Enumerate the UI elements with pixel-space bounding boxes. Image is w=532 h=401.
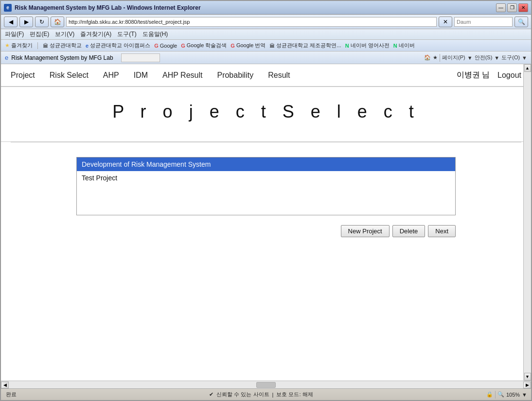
search-input[interactable] xyxy=(454,17,513,27)
home-button[interactable]: 🏠 xyxy=(51,17,64,27)
refresh-button[interactable]: ↻ xyxy=(35,17,49,27)
page-menu[interactable]: 페이지(P) xyxy=(442,54,465,61)
fav-icampus-label: 성균관대학교 아이캠퍼스 xyxy=(90,42,150,49)
fav-skku[interactable]: 🏛 성균관대학교 xyxy=(43,42,82,49)
browser-icon: e xyxy=(4,4,12,12)
safety-menu[interactable]: 안전(S) xyxy=(475,54,493,61)
security-text: 신뢰할 수 있는 사이트 xyxy=(216,391,269,398)
zoom-level: 105% xyxy=(506,392,520,398)
tab-label: Risk Management System by MFG Lab xyxy=(11,54,113,61)
fav-google-scholar[interactable]: G Google 학술검색 xyxy=(181,42,227,49)
menu-bar: 파일(F) 편집(E) 보기(V) 즐겨찾기(A) 도구(T) 도움말(H) xyxy=(1,29,531,40)
zoom-icon: 🔍 xyxy=(497,391,504,398)
fav-google[interactable]: G Google xyxy=(154,43,177,49)
fav-naver-dict[interactable]: N 네이버 영어사전 xyxy=(345,42,390,49)
nav-menu: Project Risk Select AHP IDM AHP Result P… xyxy=(1,64,531,87)
home-icon[interactable]: 🏠 xyxy=(424,54,431,61)
favorites-bar: ★ 즐겨찾기 🏛 성균관대학교 e 성균관대학교 아이캠퍼스 G Google … xyxy=(1,40,531,52)
favorites-label: 즐겨찾기 xyxy=(11,42,33,49)
pipe-divider: | xyxy=(272,392,274,398)
ie-toolbar: e Risk Management System by MFG Lab 🏠 ★ … xyxy=(1,52,531,64)
star-icon[interactable]: ★ xyxy=(433,54,438,61)
fav-skku-lab[interactable]: 🏛 성균관대학교 제조공학연... xyxy=(269,42,341,49)
address-bar: ◀ ▶ ↻ 🏠 ✕ 🔍 xyxy=(1,15,531,29)
menu-view[interactable]: 보기(V) xyxy=(55,30,74,38)
project-item-1[interactable]: Test Project xyxy=(77,171,455,185)
fav-google-scholar-label: Google 학술검색 xyxy=(187,42,227,49)
menu-favorites[interactable]: 즐겨찾기(A) xyxy=(80,30,111,38)
menu-edit[interactable]: 편집(E) xyxy=(30,30,49,38)
fav-skku-label: 성균관대학교 xyxy=(50,42,82,49)
fav-naver-dict-label: 네이버 영어사전 xyxy=(351,42,390,49)
status-text: 완료 xyxy=(6,391,17,397)
horizontal-scrollbar[interactable]: ◀ ▶ xyxy=(1,381,531,388)
menu-help[interactable]: 도움말(H) xyxy=(142,30,168,38)
nav-ahp[interactable]: AHP xyxy=(103,71,119,80)
menu-tools[interactable]: 도구(T) xyxy=(117,30,136,38)
close-button[interactable]: ✕ xyxy=(518,3,528,12)
fav-naver[interactable]: N 네이버 xyxy=(393,42,415,49)
fav-google-translate[interactable]: G Google 번역 xyxy=(231,42,266,49)
user-name: 이병권 님 xyxy=(457,70,490,80)
tools-menu[interactable]: 도구(O) xyxy=(501,54,520,61)
nav-ahp-result[interactable]: AHP Result xyxy=(162,71,202,80)
page-title: P r o j e c t S e l e c t xyxy=(1,87,531,142)
next-button[interactable]: Next xyxy=(428,225,456,237)
logout-button[interactable]: Logout xyxy=(497,71,521,80)
status-bar: 완료 ✔ 신뢰할 수 있는 사이트 | 보호 모드: 해제 🔒 🔍 105% ▼ xyxy=(1,388,531,400)
search-button[interactable]: 🔍 xyxy=(514,17,528,27)
favorites-button[interactable]: ★ 즐겨찾기 xyxy=(5,42,33,49)
back-button[interactable]: ◀ xyxy=(4,17,18,27)
lock-icon: 🔒 xyxy=(486,391,493,398)
protection-text: 보호 모드: 해제 xyxy=(276,391,313,398)
webpage: Project Risk Select AHP IDM AHP Result P… xyxy=(1,64,531,381)
fav-google-translate-label: Google 번역 xyxy=(236,42,266,49)
new-project-button[interactable]: New Project xyxy=(341,225,390,237)
project-item-0[interactable]: Development of Risk Management System xyxy=(77,157,455,171)
scrollbar[interactable]: ▲ ▼ xyxy=(523,64,531,381)
nav-idm[interactable]: IDM xyxy=(134,71,148,80)
security-icon: ✔ xyxy=(209,391,213,398)
nav-risk-select[interactable]: Risk Select xyxy=(50,71,89,80)
nav-project[interactable]: Project xyxy=(11,71,35,80)
title-bar: e Risk Management System by MFG Lab - Wi… xyxy=(1,1,531,15)
zoom-dropdown[interactable]: ▼ xyxy=(522,392,527,398)
fav-skku-lab-label: 성균관대학교 제조공학연... xyxy=(276,42,341,49)
nav-result[interactable]: Result xyxy=(268,71,290,80)
forward-button[interactable]: ▶ xyxy=(19,17,33,27)
window-title: Risk Management System by MFG Lab - Wind… xyxy=(15,4,201,11)
restore-button[interactable]: ❐ xyxy=(507,3,517,12)
address-input[interactable] xyxy=(66,17,437,27)
fav-google-label: Google xyxy=(160,43,177,49)
fav-naver-label: 네이버 xyxy=(399,42,415,49)
delete-button[interactable]: Delete xyxy=(392,225,426,237)
project-list[interactable]: Development of Risk Management System Te… xyxy=(76,157,456,215)
minimize-button[interactable]: — xyxy=(496,3,506,12)
stop-button[interactable]: ✕ xyxy=(439,17,452,27)
menu-file[interactable]: 파일(F) xyxy=(5,30,24,38)
nav-probability[interactable]: Probability xyxy=(217,71,253,80)
fav-icampus[interactable]: e 성균관대학교 아이캠퍼스 xyxy=(86,42,150,49)
